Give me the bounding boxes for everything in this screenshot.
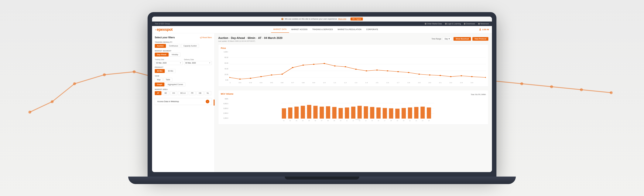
svg-point-26 [480,29,480,30]
svg-point-43 [355,69,357,70]
order-market-data-link[interactable]: Order Market Data [425,23,442,25]
table-btn[interactable]: Table [164,78,172,82]
svg-text:17: 17 [384,120,386,121]
nl-btn[interactable]: NL [204,91,211,95]
svg-point-22 [520,82,523,85]
product-label: Product [155,66,212,68]
svg-point-23 [550,85,553,88]
view-options: Map Table [155,78,212,82]
map-btn[interactable]: Map [155,78,163,82]
svg-point-38 [302,65,304,66]
cookie-ok-button[interactable]: OK / Agree [350,18,363,21]
svg-text:14: 14 [365,120,366,121]
svg-text:22: 22 [449,82,452,83]
volume-chart-svg: 01 02 03 04 05 06 07 08 09 [230,98,486,122]
logo-text[interactable]: epexspot [157,27,172,32]
delivery-date-select[interactable]: 04 Mar. 2020 ▼ [184,61,212,65]
nav-corporate[interactable]: CORPORATE [364,26,380,33]
nav-market-access[interactable]: MARKET ACCESS [289,26,310,33]
graph-btn[interactable]: Graph [155,82,164,86]
market-area-options: AT BE CH DE-LU FR GB NL [155,91,212,95]
nav-trading-services[interactable]: TRADING & SERVICES [310,26,335,33]
svg-point-46 [387,70,388,71]
vol-y-4000: 4,000.0 [223,103,228,105]
svg-point-54 [471,76,473,77]
svg-rect-89 [301,106,305,119]
svg-text:16: 16 [378,120,379,121]
continuous-btn[interactable]: Continuous [167,44,180,48]
svg-text:18: 18 [390,120,392,121]
fr-btn[interactable]: FR [189,91,196,95]
svg-text:06: 06 [281,82,284,83]
30min-btn[interactable]: 30 Min [166,69,176,73]
data-header: Auction › Day-Ahead › 60min › AT › 04 Ma [218,37,488,42]
60min-btn[interactable]: 60 Min [155,69,165,73]
svg-point-55 [485,77,486,78]
svg-text:02: 02 [289,120,291,121]
trading-modality-section: Trading Modality Auction Continuous Capa… [155,41,212,48]
svg-point-35 [271,74,272,75]
user-icon [445,23,447,25]
show-baseload-button[interactable]: Show Baseload [454,37,471,41]
svg-point-52 [450,76,452,77]
svg-rect-102 [383,108,387,119]
newsroom-link[interactable]: Newsroom [478,23,489,25]
svg-point-36 [281,73,283,75]
chart-icon [425,23,426,25]
svg-text:13: 13 [354,82,357,83]
svg-point-53 [460,75,462,76]
cookie-more-info-link[interactable]: More info [338,18,346,20]
svg-rect-93 [326,106,330,118]
svg-rect-94 [332,107,336,119]
svg-text:12: 12 [344,82,347,83]
ch-btn[interactable]: CH [170,91,177,95]
login-link[interactable]: LOG IN [479,28,489,31]
aggregated-curves-btn[interactable]: Aggregated Curves [165,82,185,86]
price-y-80: 80.00 [224,57,228,58]
price-y-0: 0.00 [226,79,228,81]
filters-collapse-btn[interactable]: ∧ [214,100,215,106]
vol-y-mwh: MWh [225,98,228,100]
view-protocol-button[interactable]: View Protocol [472,37,488,41]
svg-rect-92 [320,107,324,119]
day-ahead-btn[interactable]: Day-Ahead [155,53,168,56]
capacity-auction-btn[interactable]: Capacity Auction [181,44,199,48]
svg-point-51 [439,75,441,76]
svg-text:16: 16 [386,82,389,83]
svg-rect-86 [282,108,286,119]
auction-btn[interactable]: Auction [155,44,166,48]
svg-text:17: 17 [397,82,400,83]
reset-filters-link[interactable]: Reset filters [200,37,212,39]
intraday-btn[interactable]: Intraday [170,53,180,56]
nav-market-data[interactable]: MARKET DATA [271,26,289,33]
trading-date-chevron-icon: ▼ [180,62,181,64]
access-data-label: Access Data in Webshop [157,100,179,103]
svg-point-42 [344,66,346,67]
svg-text:10: 10 [323,82,326,83]
laptop-screen: 🍪 We use cookies on this site to enhance… [152,17,492,172]
filters-panel: Select your filters Reset filters [152,33,215,172]
svg-text:04: 04 [302,120,304,121]
svg-rect-88 [294,107,299,119]
svg-text:20: 20 [428,82,431,83]
panel-container: Select your filters Reset filters [152,33,492,172]
at-btn[interactable]: AT [155,91,162,95]
svg-point-3 [73,82,76,85]
market-area-label: Market Area [155,88,212,90]
svg-text:18: 18 [407,82,410,83]
gb-btn[interactable]: GB [196,91,204,95]
be-btn[interactable]: BE [162,91,169,95]
svg-text:24: 24 [470,82,473,83]
market-segment-label: Market Segment [155,50,212,52]
login-learning-link[interactable]: Login & Learning [445,23,461,25]
downloads-link[interactable]: Downloads [464,23,475,25]
time-range-select[interactable]: Day ▼ [443,37,452,41]
reset-icon [200,37,202,38]
nav-markets-regulation[interactable]: MARKETS & REGULATION [335,26,364,33]
access-data-button[interactable]: Access Data in Webshop › [155,98,212,105]
market-segment-options: Day-Ahead Intraday [155,53,212,56]
news-icon [478,23,480,25]
trading-date-select[interactable]: 03 Mar. 2020 ▼ [155,61,182,65]
svg-rect-98 [358,106,362,119]
de-lu-btn[interactable]: DE-LU [178,91,188,95]
